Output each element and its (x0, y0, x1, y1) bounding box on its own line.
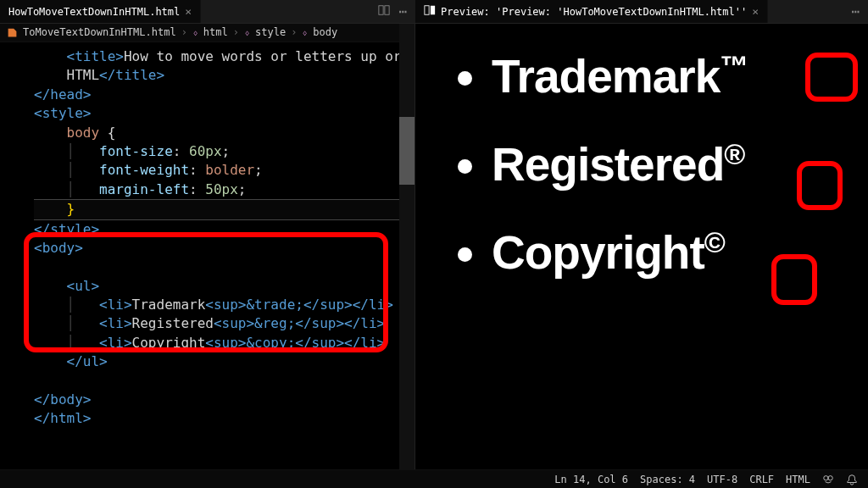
file-icon (7, 27, 18, 38)
list-item: Trademark™ (492, 49, 860, 103)
tab-label: Preview: 'Preview: 'HowToMoveTextDownInH… (441, 6, 747, 18)
chevron-right-icon: › (233, 25, 239, 40)
svg-rect-1 (385, 6, 389, 15)
close-icon[interactable]: × (752, 5, 759, 18)
chevron-right-icon: › (181, 25, 187, 40)
editor-content[interactable]: <title>How to move words or letters up o… (0, 42, 415, 434)
preview-panel: Trademark™ Registered® Copyright© (415, 24, 868, 469)
preview-icon (424, 4, 436, 19)
status-language[interactable]: HTML (786, 474, 810, 485)
element-icon: ⬨ (244, 25, 250, 40)
tab-label: HowToMoveTextDownInHTML.html (8, 6, 180, 18)
code-editor[interactable]: ToMoveTextDownInHTML.html › ⬨ html › ⬨ s… (0, 24, 415, 469)
breadcrumb-part: html (203, 25, 228, 40)
element-icon: ⬨ (302, 25, 308, 40)
list-item: Registered® (492, 137, 860, 191)
close-icon[interactable]: × (185, 5, 192, 18)
chevron-right-icon: › (291, 25, 297, 40)
svg-rect-3 (431, 6, 435, 15)
split-editor-icon[interactable] (378, 3, 390, 19)
svg-rect-2 (425, 6, 429, 15)
minimap[interactable] (399, 24, 415, 469)
notifications-icon[interactable] (846, 474, 858, 485)
tab-editor-file[interactable]: HowToMoveTextDownInHTML.html × (0, 0, 201, 23)
list-item: Copyright© (492, 225, 860, 280)
status-encoding[interactable]: UTF-8 (707, 474, 737, 485)
minimap-thumb[interactable] (399, 117, 415, 185)
breadcrumb-file: ToMoveTextDownInHTML.html (23, 25, 176, 40)
tab-bar: HowToMoveTextDownInHTML.html × ⋯ Preview… (0, 0, 868, 24)
svg-rect-0 (379, 6, 383, 15)
status-spaces[interactable]: Spaces: 4 (640, 474, 695, 485)
breadcrumb-part: style (255, 25, 286, 40)
more-icon[interactable]: ⋯ (398, 3, 407, 19)
status-bar: Ln 14, Col 6 Spaces: 4 UTF-8 CRLF HTML (0, 469, 868, 488)
feedback-icon[interactable] (822, 474, 834, 485)
more-icon[interactable]: ⋯ (851, 3, 860, 19)
status-eol[interactable]: CRLF (749, 474, 774, 485)
status-ln-col[interactable]: Ln 14, Col 6 (554, 474, 628, 485)
tab-preview[interactable]: Preview: 'Preview: 'HowToMoveTextDownInH… (415, 0, 768, 23)
element-icon: ⬨ (192, 25, 198, 40)
breadcrumb-part: body (313, 25, 337, 40)
breadcrumb[interactable]: ToMoveTextDownInHTML.html › ⬨ html › ⬨ s… (0, 24, 415, 42)
svg-point-4 (824, 475, 828, 480)
svg-point-5 (828, 475, 832, 480)
preview-content: Trademark™ Registered® Copyright© (415, 24, 868, 469)
